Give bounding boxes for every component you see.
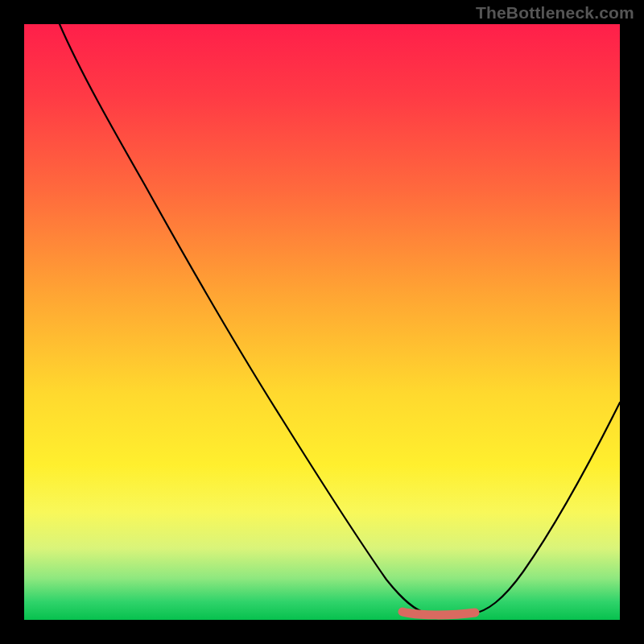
chart-frame: TheBottleneck.com <box>0 0 644 644</box>
watermark-text: TheBottleneck.com <box>476 3 634 23</box>
curve-svg <box>24 24 620 620</box>
bottleneck-curve <box>60 24 620 615</box>
plot-area <box>24 24 620 620</box>
optimal-range-marker <box>402 612 475 615</box>
